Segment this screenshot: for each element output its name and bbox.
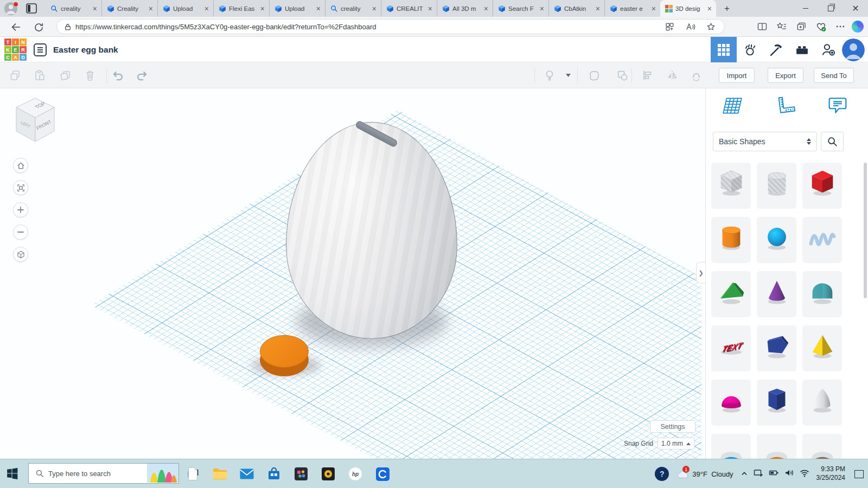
browser-tab[interactable]: creality×: [46, 0, 101, 17]
tab-close-icon[interactable]: ×: [650, 4, 658, 13]
back-icon[interactable]: [9, 20, 23, 34]
start-button-icon[interactable]: [5, 467, 19, 483]
tab-actions-icon[interactable]: [26, 3, 37, 14]
align-icon[interactable]: [640, 68, 654, 82]
share-collaborate-icon[interactable]: [815, 37, 841, 62]
tray-battery-icon[interactable]: [769, 468, 779, 479]
tab-close-icon[interactable]: ×: [594, 4, 602, 13]
design-title[interactable]: Easter egg bank: [53, 37, 118, 62]
panel-collapse-handle[interactable]: ❯: [696, 262, 705, 284]
redo-icon[interactable]: [135, 68, 149, 82]
url-field[interactable]: https://www.tinkercad.com/things/5M5z3Xa…: [56, 19, 725, 34]
tab-close-icon[interactable]: ×: [538, 4, 546, 13]
browser-tab[interactable]: CREALIT×: [381, 0, 437, 17]
workplane-tool-icon[interactable]: [720, 95, 744, 117]
url-text[interactable]: https://www.tinkercad.com/things/5M5z3Xa…: [75, 23, 661, 31]
tab-close-icon[interactable]: ×: [147, 4, 155, 13]
tab-close-icon[interactable]: ×: [706, 4, 713, 13]
tray-tablet-icon[interactable]: [754, 468, 763, 479]
shape-tile-half-sphere[interactable]: [711, 380, 751, 426]
tab-close-icon[interactable]: ×: [203, 4, 210, 13]
shape-category-select[interactable]: Basic Shapes: [713, 132, 817, 151]
get-help-icon[interactable]: ?: [655, 467, 669, 481]
undo-icon[interactable]: [111, 68, 125, 82]
taskbar-app-mail[interactable]: [239, 465, 255, 483]
favorite-star-icon[interactable]: [703, 19, 719, 34]
panel-scrollbar[interactable]: [864, 163, 867, 298]
shape-tile-shape-partial-brown[interactable]: [802, 434, 842, 459]
fit-view-button[interactable]: [13, 180, 28, 195]
bricks-icon[interactable]: [789, 37, 815, 62]
ruler-tool-icon[interactable]: [773, 95, 797, 117]
tab-close-icon[interactable]: ×: [371, 4, 378, 13]
tab-close-icon[interactable]: ×: [259, 4, 266, 13]
shape-tile-box[interactable]: [802, 163, 842, 209]
taskbar-app-creality[interactable]: [374, 465, 391, 483]
export-button[interactable]: Export: [768, 68, 803, 83]
magnet-snap-icon[interactable]: [689, 68, 703, 82]
paste-icon[interactable]: [33, 68, 47, 82]
shape-tile-paraboloid[interactable]: [802, 380, 842, 426]
shape-tile-transparent-box[interactable]: [711, 163, 751, 209]
shape-tile-roof[interactable]: [711, 271, 751, 317]
browser-tab[interactable]: Upload×: [157, 0, 213, 17]
taskbar-app-gallery[interactable]: [293, 465, 309, 483]
browser-tab[interactable]: All 3D m×: [437, 0, 493, 17]
taskbar-app-hp[interactable]: hp: [347, 465, 363, 483]
settings-button[interactable]: Settings: [650, 420, 695, 433]
shape-tile-shape-partial-blue[interactable]: [711, 434, 751, 459]
shape-tile-pyramid[interactable]: [802, 325, 842, 371]
shape-tile-hexagonal-prism[interactable]: [757, 380, 796, 426]
shape-tile-scribble[interactable]: [802, 217, 842, 263]
lightbulb-dropdown-icon[interactable]: [564, 68, 572, 82]
read-aloud-icon[interactable]: [682, 19, 698, 34]
search-highlights-image[interactable]: [147, 463, 178, 484]
minecraft-blocks-icon[interactable]: [763, 37, 789, 62]
snap-grid-select[interactable]: 1.0 mm: [658, 438, 694, 450]
taskbar-app-store[interactable]: [266, 465, 282, 483]
zoom-out-button[interactable]: [13, 224, 28, 240]
collections-icon[interactable]: [793, 19, 809, 34]
taskbar-app-file-explorer[interactable]: [212, 465, 228, 483]
import-button[interactable]: Import: [719, 68, 755, 83]
tab-close-icon[interactable]: ×: [315, 4, 322, 13]
editor-3d-button[interactable]: [711, 37, 737, 62]
window-minimize-icon[interactable]: [793, 0, 818, 17]
split-screen-icon[interactable]: [754, 19, 770, 34]
mirror-flip-icon[interactable]: [665, 68, 679, 82]
tab-close-icon[interactable]: ×: [426, 4, 434, 13]
settings-more-icon[interactable]: [832, 19, 848, 34]
shape-tile-round-roof[interactable]: [802, 271, 842, 317]
viewport-3d[interactable]: TOP LEFT FRONT ❯ Settings Snap Grid 1.0 …: [0, 88, 705, 459]
browser-tab[interactable]: CbAtkin×: [548, 0, 604, 17]
tray-speaker-icon[interactable]: [784, 468, 794, 479]
shape-tile-sphere[interactable]: [757, 217, 796, 263]
browser-tab[interactable]: easter e×: [604, 0, 660, 17]
shape-tile-polygon[interactable]: [757, 325, 796, 371]
notes-tool-icon[interactable]: [826, 95, 850, 117]
duplicate-icon[interactable]: [58, 68, 72, 82]
sim-lab-icon[interactable]: [737, 37, 763, 62]
workspaces-icon[interactable]: [661, 19, 678, 34]
delete-icon[interactable]: [83, 68, 97, 82]
window-close-icon[interactable]: ✕: [843, 0, 868, 17]
weather-widget[interactable]: 1 39°F Cloudy: [676, 468, 733, 479]
design-menu-icon[interactable]: [33, 42, 47, 57]
taskbar-clock[interactable]: 9:33 PM 3/25/2024: [816, 465, 845, 482]
browser-tab[interactable]: 3D desig×: [660, 0, 716, 17]
browser-tab[interactable]: creality×: [325, 0, 381, 17]
lock-icon[interactable]: [63, 22, 72, 31]
show-all-lightbulb-icon[interactable]: [542, 68, 557, 82]
taskbar-search-box[interactable]: Type here to search: [28, 463, 179, 484]
send-to-button[interactable]: Send To: [814, 68, 854, 83]
favorites-list-icon[interactable]: [774, 19, 790, 34]
shape-tile-shape-partial-orange[interactable]: [757, 434, 796, 459]
tab-close-icon[interactable]: ×: [482, 4, 490, 13]
view-cube[interactable]: TOP LEFT FRONT: [10, 95, 61, 149]
tinkercad-logo[interactable]: TINKERCAD: [4, 38, 27, 61]
taskbar-app-media[interactable]: [320, 465, 336, 483]
shape-tile-cone[interactable]: [757, 271, 796, 317]
copy-icon[interactable]: [8, 68, 22, 82]
tray-wifi-icon[interactable]: [800, 469, 809, 479]
tray-chevron-icon[interactable]: [741, 469, 748, 479]
